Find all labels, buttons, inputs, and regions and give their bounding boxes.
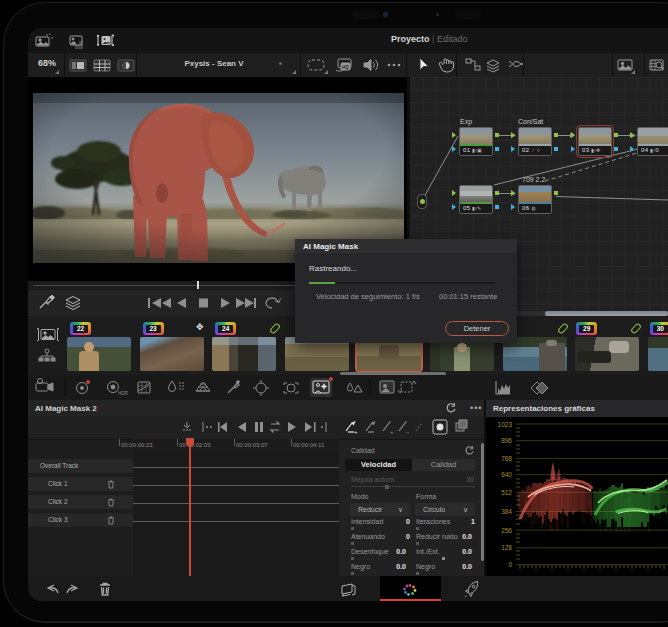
- svg-text:896: 896: [501, 437, 512, 444]
- svg-text:640: 640: [501, 471, 512, 478]
- svg-text:1023: 1023: [498, 421, 513, 428]
- svg-text:256: 256: [501, 527, 512, 534]
- svg-text:768: 768: [501, 455, 512, 462]
- svg-text:128: 128: [501, 544, 512, 551]
- svg-text:384: 384: [501, 508, 512, 515]
- svg-text:−: −: [406, 429, 410, 435]
- svg-text:+: +: [354, 429, 358, 435]
- svg-text:+: +: [390, 429, 394, 435]
- svg-text:HDR: HDR: [118, 391, 128, 396]
- svg-text:HQ: HQ: [342, 65, 349, 70]
- svg-text:0: 0: [508, 561, 512, 568]
- svg-text:512: 512: [501, 489, 512, 496]
